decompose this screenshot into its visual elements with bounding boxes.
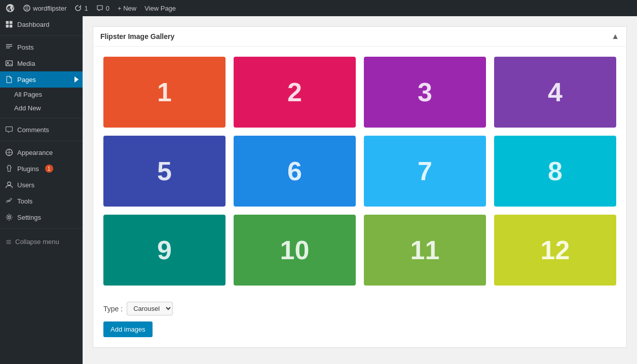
new-content-button[interactable]: + New xyxy=(118,5,136,12)
svg-rect-4 xyxy=(10,25,13,28)
gallery-tile[interactable]: 2 xyxy=(234,57,356,128)
gallery-tile[interactable]: 8 xyxy=(494,136,616,207)
site-name[interactable]: wordflipster xyxy=(23,5,66,12)
type-label: Type : xyxy=(103,305,123,313)
pages-arrow xyxy=(74,76,79,83)
gallery-tile[interactable]: 10 xyxy=(234,215,356,286)
type-row: Type : CarouselFlat xyxy=(103,302,616,315)
dashboard-label: Dashboard xyxy=(17,21,50,28)
svg-point-10 xyxy=(8,216,11,219)
svg-rect-2 xyxy=(10,21,13,24)
gallery-widget: Flipster Image Gallery ▲ 123456789101112… xyxy=(93,26,627,348)
collapse-menu-label: Collapse menu xyxy=(15,238,59,246)
plugins-label: Plugins xyxy=(17,165,39,173)
gallery-tile[interactable]: 5 xyxy=(103,136,226,207)
plugins-badge: 1 xyxy=(45,165,53,173)
gallery-tile[interactable]: 7 xyxy=(364,136,486,207)
gallery-footer: Type : CarouselFlat Add images xyxy=(93,296,626,347)
wp-logo[interactable] xyxy=(5,3,15,13)
gallery-widget-header: Flipster Image Gallery ▲ xyxy=(93,27,626,47)
gallery-tile[interactable]: 9 xyxy=(103,215,226,286)
comments-label: Comments xyxy=(17,126,49,134)
admin-bar: wordflipster 1 0 + New View Page xyxy=(0,0,637,16)
comments-count[interactable]: 0 xyxy=(96,5,109,12)
media-label: Media xyxy=(17,60,35,67)
add-images-button[interactable]: Add images xyxy=(103,321,153,337)
pages-label: Pages xyxy=(17,76,36,84)
sidebar-item-appearance[interactable]: Appearance xyxy=(0,144,83,160)
sidebar-sub-add-new[interactable]: Add New xyxy=(0,101,83,115)
revisions-count[interactable]: 1 xyxy=(74,5,88,12)
type-select[interactable]: CarouselFlat xyxy=(127,302,173,315)
svg-point-8 xyxy=(8,182,11,185)
sidebar-item-settings[interactable]: Settings xyxy=(0,209,83,225)
settings-label: Settings xyxy=(17,214,41,221)
svg-rect-3 xyxy=(6,25,9,28)
posts-label: Posts xyxy=(17,44,34,51)
content-area: Flipster Image Gallery ▲ 123456789101112… xyxy=(83,16,637,364)
sidebar-item-tools[interactable]: Tools xyxy=(0,193,83,209)
view-page-link[interactable]: View Page xyxy=(144,5,176,12)
gallery-tile[interactable]: 1 xyxy=(103,57,226,128)
sidebar-item-dashboard[interactable]: Dashboard xyxy=(0,16,83,32)
sidebar-item-comments[interactable]: Comments xyxy=(0,122,83,138)
sidebar-item-pages[interactable]: Pages xyxy=(0,71,83,88)
sidebar-item-plugins[interactable]: Plugins 1 xyxy=(0,160,83,177)
gallery-tile[interactable]: 12 xyxy=(494,215,616,286)
gallery-grid: 123456789101112 xyxy=(93,47,626,296)
users-label: Users xyxy=(17,181,34,189)
gallery-tile[interactable]: 11 xyxy=(364,215,486,286)
gallery-tile[interactable]: 3 xyxy=(364,57,486,128)
sidebar-item-users[interactable]: Users xyxy=(0,177,83,193)
sidebar-item-posts[interactable]: Posts xyxy=(0,39,83,55)
sidebar-item-media[interactable]: Media xyxy=(0,55,83,71)
sidebar-sub-all-pages[interactable]: All Pages xyxy=(0,88,83,101)
svg-point-9 xyxy=(8,200,10,201)
collapse-menu-button[interactable]: Collapse menu xyxy=(0,232,83,252)
widget-collapse-button[interactable]: ▲ xyxy=(611,32,619,41)
tools-label: Tools xyxy=(17,197,32,205)
svg-rect-1 xyxy=(6,21,9,24)
gallery-tile[interactable]: 4 xyxy=(494,57,616,128)
gallery-tile[interactable]: 6 xyxy=(234,136,356,207)
appearance-label: Appearance xyxy=(17,149,53,156)
gallery-widget-title: Flipster Image Gallery xyxy=(100,32,174,41)
sidebar: Dashboard Posts Media Pages All Pages Ad… xyxy=(0,16,83,364)
